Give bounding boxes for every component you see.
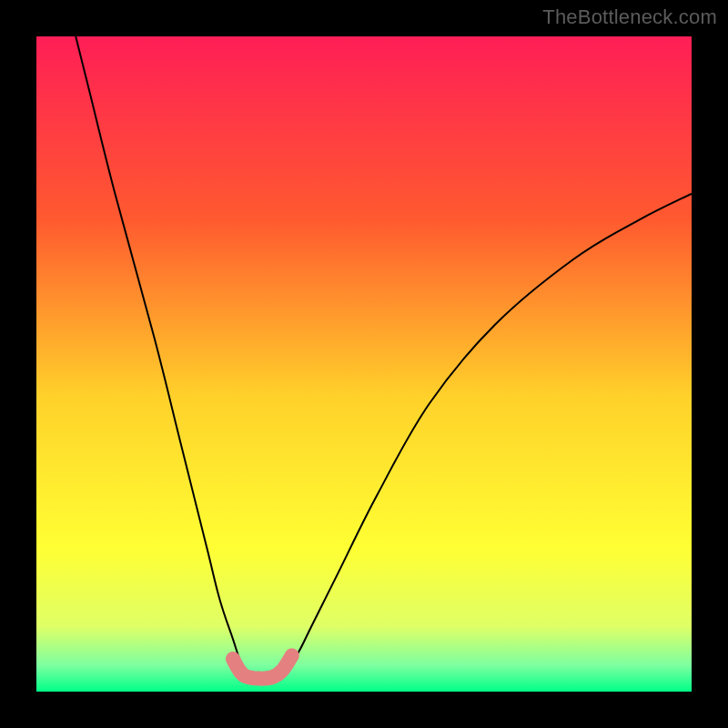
chart-frame: TheBottleneck.com bbox=[0, 0, 728, 728]
watermark-text: TheBottleneck.com bbox=[542, 5, 717, 29]
plot-area bbox=[36, 36, 692, 692]
gradient-background bbox=[36, 36, 692, 692]
chart-svg bbox=[36, 36, 692, 692]
